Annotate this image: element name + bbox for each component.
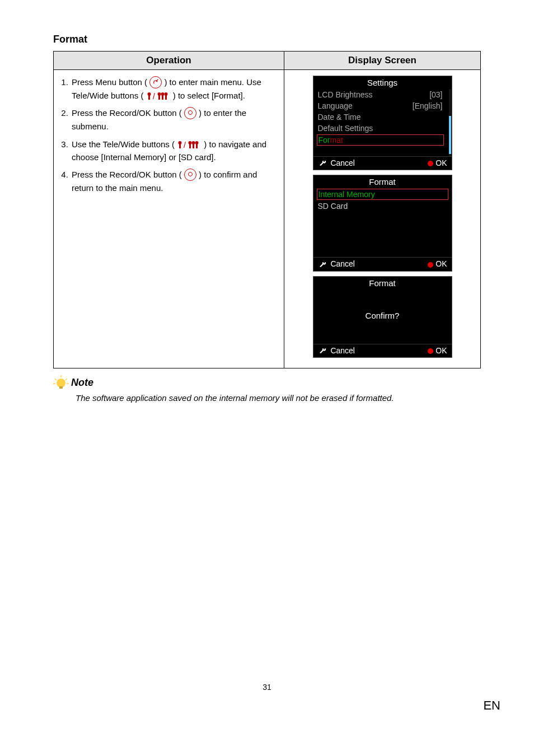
svg-point-17	[195, 141, 199, 144]
ok-dot-icon	[428, 161, 433, 166]
svg-line-21	[55, 379, 57, 380]
svg-point-1	[147, 92, 151, 96]
step-1-text-a: Press Menu button (	[72, 77, 147, 87]
note-text: The software application saved on the in…	[76, 393, 481, 403]
screen3-title: Format	[313, 277, 452, 290]
svg-rect-19	[59, 386, 63, 389]
steps-list: Press Menu button ( ) to enter main menu…	[56, 76, 280, 194]
row-sd-card: SD Card	[317, 200, 448, 212]
ok-label: OK	[435, 158, 447, 167]
row-label: Language	[318, 101, 353, 110]
scrollbar-thumb	[449, 116, 451, 154]
step-4: Press the Record/OK button ( ) to confir…	[71, 168, 280, 194]
ok-dot-icon	[428, 262, 433, 268]
wrench-icon	[319, 160, 327, 167]
note-label: Note	[71, 377, 93, 389]
screen-settings: Settings LCD Brightness [03] Language [E…	[313, 76, 452, 170]
step-3: Use the Tele/Wide buttons ( / ) to navig…	[71, 138, 280, 164]
svg-text:/: /	[184, 141, 186, 149]
note-row: Note	[53, 375, 481, 391]
row-format-selected: Format	[317, 134, 444, 146]
row-label: Default Settings	[318, 124, 373, 133]
confirm-text: Confirm?	[313, 290, 452, 344]
menu-button-icon	[149, 76, 162, 88]
operation-table: Operation Display Screen Press Menu butt…	[53, 51, 481, 368]
language-mark: EN	[483, 698, 500, 713]
svg-point-13	[189, 141, 192, 144]
screen-footer: Cancel OK	[313, 344, 452, 357]
step-2: Press the Record/OK button ( ) to enter …	[71, 106, 280, 133]
record-ok-icon	[184, 169, 196, 181]
row-date-time: Date & Time	[317, 111, 448, 123]
header-display: Display Screen	[284, 52, 481, 70]
svg-line-22	[65, 379, 67, 380]
wrench-icon	[319, 347, 327, 355]
row-label: LCD Brightness	[318, 90, 373, 99]
row-internal-memory-selected: Internal Memory	[317, 189, 448, 200]
svg-point-18	[57, 379, 65, 388]
screen2-title: Format	[313, 175, 452, 188]
tele-wide-icon: /	[177, 141, 202, 149]
record-ok-icon	[184, 107, 196, 119]
row-label-right: mat	[330, 136, 343, 144]
row-label: Internal Memory	[318, 190, 375, 199]
screen-format-options: Format Internal Memory SD Card Cancel	[313, 175, 452, 271]
ok-label: OK	[435, 346, 447, 355]
screen-footer: Cancel OK	[313, 156, 452, 170]
row-value: [English]	[413, 101, 443, 110]
svg-point-15	[192, 141, 195, 144]
svg-point-10	[179, 141, 182, 144]
svg-text:/: /	[153, 92, 155, 100]
page-number: 31	[53, 683, 481, 692]
svg-point-4	[157, 92, 161, 96]
row-label-left: For	[318, 136, 330, 144]
row-lcd-brightness: LCD Brightness [03]	[317, 89, 448, 100]
step-1-text-c: ) to select [Format].	[173, 91, 245, 100]
cancel-label: Cancel	[330, 158, 355, 167]
step-2-text-a: Press the Record/OK button (	[72, 108, 182, 118]
screen-footer: Cancel OK	[313, 257, 452, 270]
tele-wide-icon: /	[146, 92, 171, 100]
wrench-icon	[319, 261, 327, 269]
row-label: SD Card	[318, 202, 348, 211]
row-value: [03]	[429, 90, 442, 99]
row-language: Language [English]	[317, 100, 448, 111]
step-3-text-a: Use the Tele/Wide buttons (	[72, 139, 175, 149]
screen-confirm: Format Confirm? Cancel OK	[313, 276, 452, 358]
lightbulb-icon	[53, 375, 69, 391]
header-operation: Operation	[54, 52, 284, 70]
section-title: Format	[53, 34, 481, 45]
row-default-settings: Default Settings	[317, 123, 448, 134]
cancel-label: Cancel	[330, 259, 355, 268]
row-label: Date & Time	[318, 113, 361, 122]
screen1-title: Settings	[313, 76, 452, 89]
ok-label: OK	[435, 259, 447, 268]
step-1: Press Menu button ( ) to enter main menu…	[71, 76, 280, 102]
svg-point-8	[164, 92, 167, 96]
step-4-text-a: Press the Record/OK button (	[72, 170, 182, 179]
svg-point-6	[161, 92, 164, 96]
cancel-label: Cancel	[330, 346, 355, 355]
ok-dot-icon	[428, 348, 433, 354]
